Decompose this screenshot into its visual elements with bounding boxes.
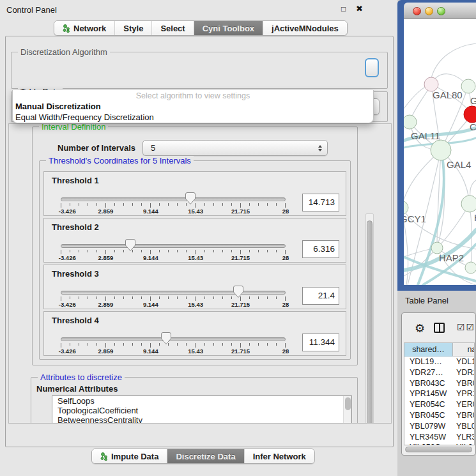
discretization-algorithm-group: Discretization Algorithm xyxy=(11,52,388,89)
network-node[interactable] xyxy=(465,262,476,273)
dropdown-item[interactable]: Manual Discretization xyxy=(13,101,373,112)
dropdown-items: Manual DiscretizationEqual Width/Frequen… xyxy=(13,101,373,123)
slider-track[interactable] xyxy=(61,197,286,201)
scrollbar-thumb[interactable] xyxy=(345,397,351,410)
network-node-gal11[interactable] xyxy=(404,115,417,129)
table-row[interactable]: YDR27…YDR2 xyxy=(404,367,474,378)
algorithm-combo-button[interactable] xyxy=(365,58,379,77)
node-label: C xyxy=(470,121,476,132)
slider-thumb[interactable] xyxy=(125,239,135,251)
table-header-row: shared…na xyxy=(404,343,474,357)
table-row[interactable]: YBR043CYBR0 xyxy=(404,378,474,389)
vertical-scrollbar[interactable] xyxy=(365,213,374,424)
table-row[interactable]: YBR045CYBR0 xyxy=(404,410,474,421)
threshold-value-field[interactable]: 14.713 xyxy=(302,194,339,211)
attribute-item[interactable]: SelfLoops xyxy=(52,396,351,406)
table-cell: YER054C xyxy=(404,399,453,410)
tick-label: 9.144 xyxy=(143,301,158,308)
threshold-value-field[interactable]: 11.344 xyxy=(302,334,339,351)
table-row[interactable]: YDL19…YDL1 xyxy=(404,357,474,367)
table-row[interactable]: YPR145WYPR1 xyxy=(404,388,474,399)
table-cell: YBL0 xyxy=(453,421,475,432)
network-node-h[interactable] xyxy=(461,196,476,212)
tab-jactivemnodules[interactable]: jActiveMNodules xyxy=(263,21,347,35)
table-cell: YIL0 xyxy=(453,442,475,445)
table-cell: YBL079W xyxy=(404,421,453,432)
network-node-gal4[interactable] xyxy=(431,140,451,160)
slider-tick-labels: -3.4262.8599.14415.4321.71528 xyxy=(61,301,286,308)
updown-arrows-icon xyxy=(318,145,322,151)
network-canvas[interactable]: GAL80GACGAL11GAL4GCY1HHAP2 xyxy=(404,19,476,285)
select-columns-icons[interactable]: ☑☑☑ xyxy=(457,322,476,332)
table-cell: YIL052C xyxy=(404,442,453,445)
threshold-value-field[interactable]: 6.316 xyxy=(302,240,339,258)
scrollbar-thumb[interactable] xyxy=(405,447,472,452)
slider-thumb[interactable] xyxy=(185,192,196,204)
bottom-tab-bar: Impute DataDiscretize DataInfer Network xyxy=(91,449,315,464)
tick-label: 21.715 xyxy=(231,208,250,215)
node-table[interactable]: shared…na YDL19…YDL1YDR27…YDR2YBR043CYBR… xyxy=(404,342,475,445)
table-cell: YPR1 xyxy=(453,388,475,399)
numerical-attributes-list[interactable]: SelfLoopsTopologicalCoefficientBetweenne… xyxy=(52,395,352,424)
tab-label: Discretize Data xyxy=(176,452,235,461)
table-cell: YDL1 xyxy=(453,357,475,367)
tab-label: Cyni Toolbox xyxy=(203,24,254,33)
column-header[interactable]: na xyxy=(453,343,475,357)
table-cell: YPR145W xyxy=(404,388,453,399)
threshold-label: Threshold 2 xyxy=(52,222,99,232)
dropdown-item[interactable]: Equal Width/Frequency Discretization xyxy=(13,112,373,123)
tab-infer-network[interactable]: Infer Network xyxy=(245,449,314,463)
horizontal-scrollbar[interactable] xyxy=(404,446,475,453)
network-graph: GAL80GACGAL11GAL4GCY1HHAP2 xyxy=(404,19,476,285)
threshold-panels: Threshold 1-3.4262.8599.14415.4321.71528… xyxy=(40,171,350,356)
tab-style[interactable]: Style xyxy=(115,21,152,35)
table-cell: YBR0 xyxy=(453,378,475,389)
table-row[interactable]: YIL052CYIL0 xyxy=(404,442,474,445)
table-row[interactable]: YBL079WYBL0 xyxy=(404,421,474,432)
float-window-icon[interactable]: □ xyxy=(341,4,346,13)
tab-network[interactable]: Network xyxy=(54,21,115,35)
node-label: GCY1 xyxy=(404,213,426,224)
tab-select[interactable]: Select xyxy=(152,21,194,35)
split-view-icon[interactable] xyxy=(434,323,445,333)
tick-label: 21.715 xyxy=(231,348,250,355)
table-panel-titlebar: Table Panel xyxy=(397,291,476,310)
gear-icon[interactable]: ⚙ xyxy=(415,321,425,335)
slider-thumb[interactable] xyxy=(161,332,171,344)
slider-thumb[interactable] xyxy=(233,286,243,298)
tab-label: jActiveMNodules xyxy=(272,24,339,33)
slider-track[interactable] xyxy=(61,244,286,248)
attribute-item[interactable]: TopologicalCoefficient xyxy=(52,406,351,415)
mac-close-button[interactable] xyxy=(413,7,421,15)
threshold-panel: Threshold 1-3.4262.8599.14415.4321.71528… xyxy=(43,171,346,216)
table-row[interactable]: YLR345WYLR3 xyxy=(404,432,474,443)
tick-label: 2.859 xyxy=(98,208,114,215)
tab-label: Style xyxy=(123,24,143,33)
tab-impute-data[interactable]: Impute Data xyxy=(92,449,167,463)
mac-minimize-button[interactable] xyxy=(425,7,433,15)
list-scrollbar[interactable] xyxy=(343,396,351,424)
tab-cyni-toolbox[interactable]: Cyni Toolbox xyxy=(194,21,263,35)
mac-zoom-button[interactable] xyxy=(437,7,445,15)
threshold-value-field[interactable]: 21.4 xyxy=(302,287,339,305)
tick-label: 9.144 xyxy=(143,254,158,261)
network-node-ga[interactable] xyxy=(461,79,475,93)
number-of-intervals-select[interactable]: 5 xyxy=(142,140,328,156)
slider-track[interactable] xyxy=(61,337,286,341)
tick-label: 2.859 xyxy=(98,301,114,308)
tab-label: Network xyxy=(73,24,106,33)
table-row[interactable]: YER054CYER0 xyxy=(404,399,474,410)
control-panel-window: Control Panel □ ✖ NetworkStyleSelectCyni… xyxy=(0,0,397,476)
scrollbar-thumb[interactable] xyxy=(367,220,372,424)
column-header[interactable]: shared… xyxy=(404,343,453,357)
tab-discretize-data[interactable]: Discretize Data xyxy=(167,449,244,463)
network-node-gcy1[interactable] xyxy=(404,201,408,215)
network-node-c[interactable] xyxy=(464,106,476,123)
slider-track[interactable] xyxy=(61,291,286,295)
close-icon[interactable]: ✖ xyxy=(356,4,363,13)
tick-label: 9.144 xyxy=(143,348,158,355)
tab-label: Select xyxy=(160,24,185,33)
attribute-item[interactable]: BetweennessCentrality xyxy=(52,415,351,424)
table-cell: YER0 xyxy=(453,399,475,410)
node-label: GA xyxy=(470,95,476,106)
